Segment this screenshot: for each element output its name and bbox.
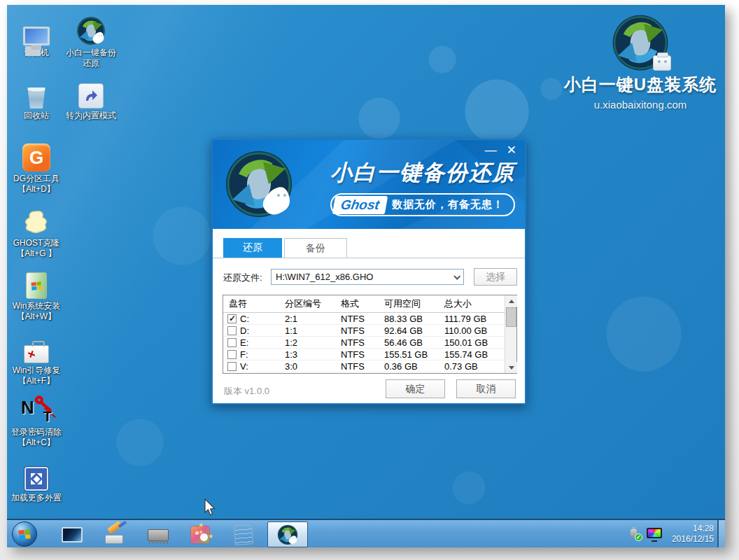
icon-label: Win引导修复 — [0, 365, 73, 376]
repair-kit-icon — [24, 345, 49, 363]
backup-restore-window: — ✕ 小白一键备份还原 Ghost 数据无价，有备无患！ 还原 备份 还原文件… — [211, 139, 526, 405]
tab-backup[interactable]: 备份 — [284, 238, 347, 258]
desktop-icon-password-clear[interactable]: N T 登录密码清除 【Alt+C】 — [0, 393, 73, 448]
scroll-down-icon[interactable] — [505, 362, 517, 373]
clock-date: 2016/12/15 — [672, 534, 714, 545]
icon-label-line2: 还原 — [55, 58, 127, 69]
desktop-icon-win-install[interactable]: Win系统安装 【Alt+W】 — [0, 267, 73, 322]
taskbar-item-memory-tool[interactable] — [146, 524, 171, 546]
table-scrollbar[interactable] — [505, 295, 516, 373]
nt-password-key-icon: N T — [21, 397, 52, 425]
icon-label-line2: 【Alt+W】 — [0, 312, 73, 322]
icon-label: 加载更多外置 — [0, 493, 73, 503]
icon-label-line2: 【Alt+C】 — [0, 438, 73, 448]
header-total: 总大小 — [444, 298, 505, 310]
checkbox[interactable] — [227, 362, 237, 371]
icon-label: 登录密码清除 — [0, 427, 73, 438]
desktop-icon-internal-mode[interactable]: 转为内置模式 — [55, 76, 127, 121]
taskbar-item-paint-tool[interactable] — [188, 524, 213, 546]
paint-tool-icon — [190, 526, 210, 544]
checkbox[interactable] — [227, 326, 237, 335]
table-row[interactable]: F: 1:3 NTFS 155.51 GB 155.74 GB — [223, 349, 516, 360]
window-title: 小白一键备份还原 — [330, 158, 515, 188]
chevron-down-icon — [453, 273, 460, 280]
restore-file-label: 还原文件: — [223, 272, 262, 284]
disk-cleanup-icon — [104, 526, 126, 544]
restore-file-row: 还原文件: H:\WIN7_612_x86.GHO 选择 — [223, 269, 517, 286]
restore-file-combobox[interactable]: H:\WIN7_612_x86.GHO — [271, 269, 464, 285]
brand-title: 小白一键U盘装系统 — [546, 74, 735, 96]
desktop-preview-icon — [62, 527, 83, 542]
header-partition: 分区编号 — [285, 298, 341, 310]
table-header: 盘符 分区编号 格式 可用空间 总大小 — [223, 295, 516, 313]
desktop-icon-load-more[interactable]: 加载更多外置 — [0, 458, 73, 503]
icon-label: 转为内置模式 — [55, 111, 127, 121]
minimize-button[interactable]: — — [485, 144, 497, 156]
taskbar-item-disk-cleanup[interactable] — [102, 524, 127, 546]
internal-mode-icon — [78, 83, 104, 108]
brand-logo-icon — [611, 13, 670, 72]
ghost-badge-slogan: 数据无价，有备无患！ — [392, 198, 504, 211]
taskbar-item-desktop-preview[interactable] — [59, 524, 85, 546]
memory-chip-icon — [148, 529, 169, 541]
taskbar-item-xiaobai-backup-active[interactable] — [267, 522, 308, 547]
display-color-icon[interactable] — [647, 528, 662, 540]
icon-label: 小白一键备份 — [55, 48, 127, 58]
computer-icon — [23, 27, 50, 46]
tab-separator — [213, 258, 525, 258]
scrollbar-thumb[interactable] — [506, 307, 516, 327]
usb-safely-remove-icon[interactable]: ✓ — [628, 528, 641, 540]
desktop-icon-ghost-clone[interactable]: GHOST克隆 【Alt+G 】 — [0, 204, 73, 259]
dialog-footer: 版本 v1.0.0 确定 取消 — [213, 374, 525, 405]
checkbox[interactable] — [227, 314, 237, 323]
tab-bar: 还原 备份 — [223, 238, 347, 258]
usb-drive-icon — [653, 55, 671, 71]
desktop: 计算机 小白一键备份 还原 回收站 转为内置模式 G DG分区工具 【Alt+D… — [7, 5, 725, 547]
ghost-badge-word: Ghost — [332, 196, 388, 214]
icon-label: Win系统安装 — [0, 301, 73, 312]
desktop-icon-dg-partition[interactable]: G DG分区工具 【Alt+D】 — [0, 139, 73, 195]
choose-button[interactable]: 选择 — [474, 268, 517, 286]
win-install-icon — [26, 272, 47, 299]
system-tray: ✓ 14:28 2016/12/15 — [628, 520, 714, 547]
taskbar-item-notepad[interactable] — [231, 524, 256, 546]
brand-block: 小白一键U盘装系统 u.xiaobaixitong.com — [546, 13, 735, 111]
tab-restore[interactable]: 还原 — [223, 238, 282, 258]
icon-label-line2: 【Alt+D】 — [0, 184, 73, 195]
show-desktop-button[interactable] — [717, 520, 725, 547]
xiaobai-backup-icon — [76, 16, 106, 46]
diskgenius-icon: G — [22, 144, 50, 172]
ghost-badge: Ghost 数据无价，有备无患！ — [330, 193, 515, 216]
app-logo-icon — [224, 149, 294, 219]
header-drive: 盘符 — [223, 298, 285, 310]
table-row[interactable]: D: 1:1 NTFS 92.64 GB 110.00 GB — [223, 325, 516, 337]
header-format: 格式 — [341, 298, 384, 310]
desktop-icon-xiaobai-backup[interactable]: 小白一键备份 还原 — [55, 13, 127, 69]
partition-table: 盘符 分区编号 格式 可用空间 总大小 C: 2:1 NTFS 88.33 GB… — [223, 295, 517, 374]
restore-file-value: H:\WIN7_612_x86.GHO — [276, 272, 373, 282]
icon-label: GHOST克隆 — [0, 238, 73, 248]
table-row[interactable]: V: 3:0 NTFS 0.36 GB 0.73 GB — [223, 360, 516, 372]
close-button[interactable]: ✕ — [507, 144, 516, 156]
header-free: 可用空间 — [384, 298, 444, 310]
icon-label-line2: 【Alt+G 】 — [0, 248, 73, 259]
icon-label: DG分区工具 — [0, 174, 73, 184]
ghost-icon — [21, 206, 52, 236]
ok-button[interactable]: 确定 — [386, 379, 445, 398]
checkbox[interactable] — [227, 338, 237, 347]
taskbar: ✓ 14:28 2016/12/15 — [7, 519, 725, 547]
taskbar-clock[interactable]: 14:28 2016/12/15 — [672, 524, 714, 545]
start-button[interactable] — [12, 522, 37, 547]
cancel-button[interactable]: 取消 — [456, 379, 516, 398]
clock-time: 14:28 — [672, 524, 714, 534]
checkbox[interactable] — [227, 350, 237, 359]
recycle-bin-icon — [26, 86, 47, 108]
version-label: 版本 v1.0.0 — [224, 385, 269, 398]
load-more-icon — [24, 467, 48, 491]
table-row[interactable]: C: 2:1 NTFS 88.33 GB 111.79 GB — [223, 313, 516, 325]
notepad-icon — [234, 524, 253, 545]
scroll-up-icon[interactable] — [505, 295, 517, 307]
icon-label-line2: 【Alt+F】 — [0, 376, 73, 386]
table-row[interactable]: E: 1:2 NTFS 56.46 GB 150.01 GB — [223, 337, 516, 349]
desktop-icon-boot-repair[interactable]: Win引导修复 【Alt+F】 — [0, 331, 73, 386]
